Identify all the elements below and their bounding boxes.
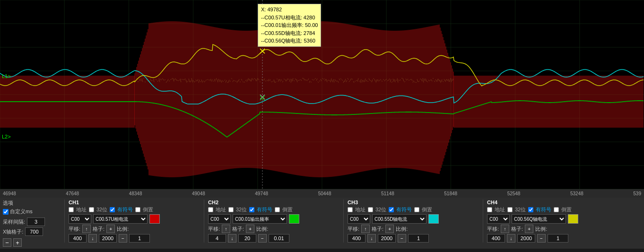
- ch4-grid-plus-btn[interactable]: +: [525, 225, 533, 233]
- xaxis-label: 51848: [444, 191, 457, 196]
- xgrid-label: X轴格子:: [3, 228, 23, 235]
- tooltip-line3: --C00.55D轴电流: 2784: [261, 29, 318, 37]
- ch3-name: CH3: [348, 200, 358, 205]
- ch2-scale-label: 比例:: [256, 226, 268, 233]
- ch3-pan-row: 平移: ↑ 格子: + 比例:: [348, 225, 483, 233]
- ch4-grid-input[interactable]: [517, 234, 535, 243]
- xgrid-plus-btn[interactable]: +: [13, 238, 22, 247]
- tooltip-line1: --C00.57U相电流: 4280: [261, 14, 318, 22]
- ch2-pan-label: 平移:: [208, 226, 220, 233]
- ch3-ch-select[interactable]: C00: [348, 214, 370, 224]
- chart-container: X: 49782 --C00.57U相电流: 4280 --C00.01输出频率…: [0, 0, 644, 189]
- ch4-header: CH4: [487, 200, 622, 205]
- ch2-ch-select[interactable]: C00: [208, 214, 231, 224]
- ch2-signal-select[interactable]: C00.01输出频率: [233, 214, 287, 224]
- ch3-signal-select[interactable]: C00.55D轴电流: [372, 214, 426, 224]
- ch4-checkboxes: 地址 32位 有符号 倒置: [487, 206, 622, 213]
- ch2-b32-checkbox[interactable]: [228, 207, 234, 212]
- ch3-b32-label: 32位: [375, 206, 386, 213]
- ch4-pan-up-btn[interactable]: ↑: [501, 225, 509, 233]
- ch1-ch-select[interactable]: C00: [69, 214, 91, 224]
- ch3-signed-checkbox[interactable]: [389, 207, 394, 212]
- ch3-scale-label: 比例:: [396, 226, 408, 233]
- ch1-signed-label: 有符号: [117, 206, 133, 213]
- ch2-signed-checkbox[interactable]: [249, 207, 254, 212]
- ch4-reset-checkbox[interactable]: [554, 207, 559, 212]
- ch3-scale-input[interactable]: [408, 234, 429, 243]
- tooltip-x: X: 49782: [261, 6, 318, 14]
- ch4-values-row: ↓ −: [487, 234, 622, 243]
- ch4-scale-input[interactable]: [548, 234, 568, 243]
- ch2-color-box[interactable]: [289, 214, 299, 224]
- ch2-name: CH2: [208, 200, 218, 205]
- oscilloscope-chart[interactable]: [0, 0, 644, 189]
- ch1-pan-up-btn[interactable]: ↑: [82, 225, 91, 233]
- ch3-pan-input[interactable]: [348, 234, 366, 243]
- data-tooltip: X: 49782 --C00.57U相电流: 4280 --C00.01输出频率…: [258, 4, 321, 47]
- ch1-grid-minus-btn[interactable]: −: [119, 234, 127, 243]
- ch1-signed-checkbox[interactable]: [110, 207, 115, 212]
- ch4-color-box[interactable]: [568, 214, 578, 224]
- xaxis-label: 46948: [3, 191, 16, 196]
- ch4-b32-checkbox[interactable]: [507, 207, 513, 212]
- xaxis-label: 51148: [381, 191, 394, 196]
- ch2-grid-label: 格子:: [232, 226, 244, 233]
- ch3-grid-plus-btn[interactable]: +: [385, 225, 394, 233]
- ch2-addr-checkbox[interactable]: [208, 207, 213, 212]
- ch2-scale-input[interactable]: [269, 234, 289, 243]
- ch2-pan-down-btn[interactable]: ↓: [228, 234, 236, 243]
- ch1-pan-down-btn[interactable]: ↓: [88, 234, 97, 243]
- ch4-scale-label: 比例:: [535, 226, 547, 233]
- ch2-reset-checkbox[interactable]: [275, 207, 280, 212]
- xaxis-labels: 4694847648483484904849748504485114851848…: [1, 191, 643, 196]
- ch3-reset-label: 倒置: [422, 206, 432, 213]
- ch1-values-row: ↓ −: [69, 234, 204, 243]
- sample-input[interactable]: [27, 217, 45, 226]
- ch1-reset-checkbox[interactable]: [135, 207, 140, 212]
- ch1-b32-label: 32位: [96, 206, 107, 213]
- ch1-scale-label: 比例:: [117, 226, 129, 233]
- ch1-color-box[interactable]: [149, 214, 160, 224]
- ch4-addr-label: 地址: [495, 206, 505, 213]
- ch2-pan-up-btn[interactable]: ↑: [222, 225, 230, 233]
- ch4-signal-select[interactable]: C00.56Q轴电流: [512, 214, 566, 224]
- ch3-color-box[interactable]: [428, 214, 439, 224]
- ch2-grid-input[interactable]: [238, 234, 256, 243]
- ch2-pan-row: 平移: ↑ 格子: + 比例:: [208, 225, 343, 233]
- ch4-pan-input[interactable]: [487, 234, 505, 243]
- xgrid-input[interactable]: [25, 227, 43, 236]
- ch4-name: CH4: [487, 200, 497, 205]
- ch2-grid-minus-btn[interactable]: −: [258, 234, 267, 243]
- ch3-reset-checkbox[interactable]: [414, 207, 419, 212]
- xaxis-label: 539: [633, 191, 641, 196]
- controls-row1: 选项 自定义ms 采样间隔: X轴格子: − + CH1 地址 32位: [3, 200, 641, 247]
- ch4-signed-checkbox[interactable]: [528, 207, 533, 212]
- ch1-addr-checkbox[interactable]: [69, 207, 74, 212]
- xgrid-row: X轴格子:: [3, 227, 64, 236]
- ch4-ch-select[interactable]: C00: [487, 214, 510, 224]
- ch3-grid-input[interactable]: [378, 234, 396, 243]
- ch2-pan-input[interactable]: [208, 234, 226, 243]
- ch1-grid-plus-btn[interactable]: +: [106, 225, 115, 233]
- ch4-reset-label: 倒置: [561, 206, 572, 213]
- ch3-pan-up-btn[interactable]: ↑: [361, 225, 370, 233]
- ch3-addr-checkbox[interactable]: [348, 207, 353, 212]
- custom-checkbox[interactable]: [3, 209, 9, 215]
- ch2-grid-plus-btn[interactable]: +: [246, 225, 254, 233]
- ch1-pan-input[interactable]: [69, 234, 87, 243]
- ch1-addr-label: 地址: [76, 206, 87, 213]
- ch3-grid-label: 格子:: [372, 226, 383, 233]
- ch4-signed-label: 有符号: [536, 206, 551, 213]
- ch3-b32-checkbox[interactable]: [368, 207, 373, 212]
- channel-panels: CH1 地址 32位 有符号 倒置 C00 C00.57U相电流 平移: ↑ 格…: [64, 200, 641, 243]
- ch1-scale-input[interactable]: [129, 234, 150, 243]
- ch1-grid-input[interactable]: [99, 234, 117, 243]
- ch1-b32-checkbox[interactable]: [89, 207, 94, 212]
- ch3-grid-minus-btn[interactable]: −: [398, 234, 406, 243]
- xgrid-minus-btn[interactable]: −: [3, 238, 11, 247]
- ch1-signal-select[interactable]: C00.57U相电流: [93, 214, 148, 224]
- ch4-pan-down-btn[interactable]: ↓: [507, 234, 515, 243]
- ch3-pan-down-btn[interactable]: ↓: [367, 234, 376, 243]
- ch4-grid-minus-btn[interactable]: −: [537, 234, 546, 243]
- ch4-addr-checkbox[interactable]: [487, 207, 492, 212]
